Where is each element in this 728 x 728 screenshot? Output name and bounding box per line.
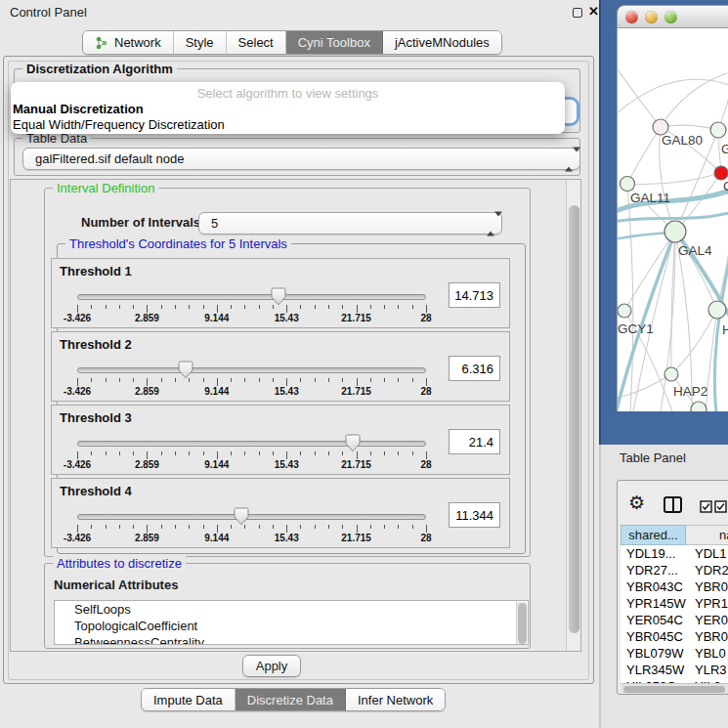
tick-mark — [384, 525, 385, 529]
tick-mark — [273, 525, 274, 529]
list-item-selfloops[interactable]: SelfLoops — [55, 601, 528, 618]
slider-thumb[interactable] — [234, 507, 249, 526]
dropdown-option-manual[interactable]: Manual Discretization — [13, 102, 144, 116]
tab-network[interactable]: Network — [83, 31, 174, 54]
table-row[interactable]: YDL19...YDL1 — [621, 545, 728, 562]
list-scrollbar-thumb[interactable] — [518, 603, 527, 644]
tick-mark — [328, 451, 329, 455]
apply-button[interactable]: Apply — [242, 655, 301, 677]
network-node-h[interactable] — [708, 301, 726, 319]
table-row[interactable]: YLR345WYLR3 — [621, 662, 728, 678]
tick-mark — [231, 525, 232, 529]
network-node-gal11[interactable] — [621, 177, 635, 192]
horizontal-scrollbar[interactable] — [621, 683, 728, 694]
threshold-slider[interactable]: -3.4262.8599.14415.4321.71528 — [77, 286, 426, 327]
table-row[interactable]: YDR27...YDR2 — [621, 562, 728, 578]
network-node-c[interactable] — [714, 166, 728, 180]
table-row[interactable]: YER054CYER0 — [621, 612, 728, 628]
zoom-traffic-light-icon[interactable] — [664, 11, 677, 23]
table-row[interactable]: YBR043CYBR0 — [621, 578, 728, 595]
table-rows: YDL19...YDL1YDR27...YDR2YBR043CYBR0YPR14… — [621, 545, 728, 683]
threshold-value-field[interactable]: 14.713 — [449, 282, 500, 308]
threshold-value-field[interactable]: 6.316 — [449, 356, 500, 381]
threshold-value-field[interactable]: 21.4 — [449, 429, 500, 454]
tick-mark — [231, 451, 232, 455]
tick-mark — [133, 305, 134, 309]
gear-icon[interactable]: ⚙ — [628, 492, 645, 514]
network-node-label: GAL4 — [678, 243, 712, 258]
threshold-slider[interactable]: -3.4262.8599.14415.4321.71528 — [77, 360, 426, 401]
table-cell-name: YLR3 — [686, 662, 728, 678]
slider-track[interactable] — [77, 294, 426, 300]
tick-label: 15.43 — [257, 386, 316, 397]
network-edge — [661, 125, 718, 130]
tick-mark — [189, 525, 190, 529]
tick-mark — [315, 451, 316, 455]
dropdown-option-equal-width[interactable]: Equal Width/Frequency Discretization — [13, 117, 225, 132]
tick-label: -3.426 — [48, 313, 107, 323]
float-panel-icon[interactable] — [573, 8, 582, 18]
numerical-attributes-list[interactable]: SelfLoopsTopologicalCoefficientBetweenne… — [54, 600, 529, 645]
tab-infer-network[interactable]: Infer Network — [346, 689, 445, 710]
network-canvas[interactable]: GAL80GCGAL11GAL4GCY1HHAP2 — [617, 28, 728, 411]
minimize-traffic-light-icon[interactable] — [645, 11, 658, 23]
slider-thumb[interactable] — [178, 361, 193, 379]
tab-discretize-data[interactable]: Discretize Data — [236, 689, 346, 710]
table-header-name[interactable]: na — [686, 525, 728, 545]
slider-track[interactable] — [77, 367, 426, 373]
network-node-hap2[interactable] — [664, 367, 678, 381]
list-item-topologicalcoefficient[interactable]: TopologicalCoefficient — [55, 618, 528, 634]
close-traffic-light-icon[interactable] — [625, 11, 638, 23]
tick-label: -3.426 — [48, 459, 107, 470]
tick-label: 2.859 — [117, 459, 176, 470]
network-node-gcy1[interactable] — [618, 304, 631, 318]
tick-mark — [357, 378, 358, 386]
table-row[interactable]: YPR145WYPR1 — [621, 595, 728, 612]
close-icon[interactable]: ✕ — [588, 4, 599, 19]
threshold-slider[interactable]: -3.4262.8599.14415.4321.71528 — [77, 506, 426, 547]
tab-jactivemnodules[interactable]: jActiveMNodules — [383, 31, 501, 54]
vertical-scrollbar[interactable] — [566, 180, 580, 651]
tab-impute-data[interactable]: Impute Data — [142, 689, 236, 710]
network-node-g[interactable] — [710, 122, 726, 138]
tick-mark — [273, 378, 274, 382]
tick-label: 9.144 — [188, 533, 246, 543]
tick-mark — [328, 305, 329, 309]
threshold-value-field[interactable]: 11.344 — [449, 502, 500, 528]
table-row[interactable]: YBL079WYBL0 — [621, 645, 728, 662]
threshold-slider[interactable]: -3.4262.8599.14415.4321.71528 — [77, 433, 426, 474]
slider-track[interactable] — [77, 441, 426, 447]
table-row[interactable]: YBR045CYBR0 — [621, 628, 728, 645]
number-of-intervals-combobox[interactable]: 5 — [198, 212, 502, 235]
checkbox-icon[interactable] — [700, 500, 712, 513]
table-cell-shared: YDL19... — [621, 545, 686, 562]
tick-mark — [189, 305, 190, 309]
tick-mark — [384, 451, 385, 455]
network-graph: GAL80GCGAL11GAL4GCY1HHAP2 — [618, 28, 728, 411]
horizontal-scrollbar-thumb[interactable] — [623, 686, 725, 693]
thresholds-group-label: Threshold's Coordinates for 5 Intervals — [65, 236, 291, 251]
table-data-combobox[interactable]: galFiltered.sif default node — [22, 148, 580, 170]
slider-thumb[interactable] — [345, 434, 361, 452]
vertical-scrollbar-thumb[interactable] — [569, 205, 579, 633]
tick-mark — [300, 451, 301, 455]
tick-mark — [286, 305, 287, 313]
numerical-attributes-title: Numerical Attributes — [54, 578, 178, 592]
tick-mark — [203, 525, 204, 529]
network-node-gal4[interactable] — [664, 221, 686, 242]
list-item-betweennesscentrality[interactable]: BetweennessCentrality — [55, 634, 528, 645]
tab-select[interactable]: Select — [227, 31, 286, 54]
tick-label: -3.426 — [48, 533, 107, 543]
application-window: Control Panel ✕ NetworkStyleSelectCyni T… — [0, 0, 728, 728]
slider-track[interactable] — [77, 514, 426, 520]
network-node-partial[interactable] — [691, 402, 707, 411]
checkbox-icon[interactable] — [714, 500, 727, 513]
split-columns-icon[interactable] — [664, 496, 682, 513]
tick-mark — [286, 525, 287, 533]
tab-style[interactable]: Style — [174, 31, 227, 54]
tab-cyni-toolbox[interactable]: Cyni Toolbox — [286, 31, 383, 54]
list-scrollbar[interactable] — [516, 602, 527, 645]
table-header-shared[interactable]: shared... — [621, 525, 686, 545]
attributes-group: Attributes to discretize Numerical Attri… — [44, 563, 531, 649]
slider-thumb[interactable] — [271, 287, 286, 306]
